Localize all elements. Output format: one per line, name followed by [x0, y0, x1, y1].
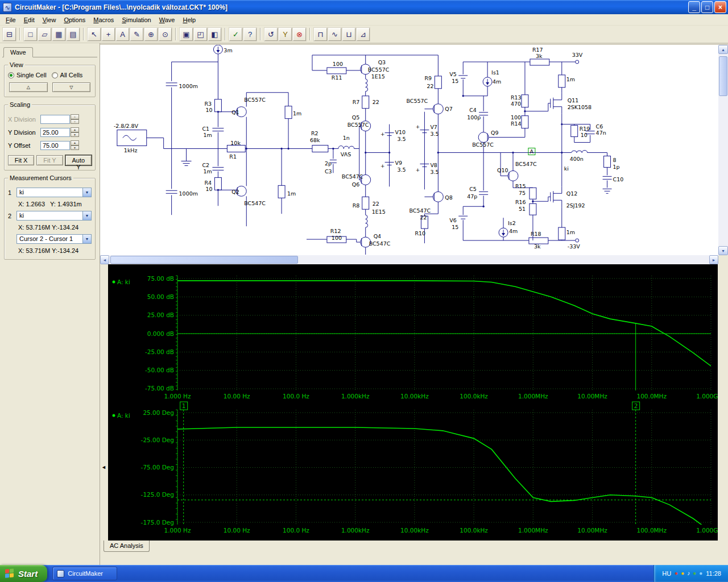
- x-division-spin-up[interactable]: ▲: [71, 114, 79, 119]
- fit-window-button[interactable]: ▣: [180, 28, 193, 41]
- run-simulation-button[interactable]: ✓: [229, 28, 242, 41]
- new-file-button[interactable]: □: [24, 28, 37, 41]
- y-offset-spin-down[interactable]: ▼: [71, 146, 79, 151]
- undo-button[interactable]: ↺: [264, 28, 278, 41]
- y-division-spin-down[interactable]: ▼: [71, 132, 79, 138]
- menu-edit[interactable]: Edit: [20, 15, 39, 24]
- svg-text:22: 22: [373, 201, 379, 207]
- svg-text:C4: C4: [469, 107, 477, 113]
- restore-button[interactable]: □: [701, 1, 713, 13]
- hscroll-thumb[interactable]: [110, 256, 298, 264]
- stop-simulation-button[interactable]: ⊗: [293, 28, 306, 41]
- menu-simulation[interactable]: Simulation: [118, 15, 155, 24]
- taskbar-task-circuitmaker[interactable]: CircuitMaker: [52, 567, 117, 580]
- menu-wave[interactable]: Wave: [155, 15, 179, 24]
- split-view-button[interactable]: ◧: [208, 28, 221, 41]
- y-offset-input[interactable]: [40, 141, 70, 150]
- schematic-labels: 3m1000m1000m-2.8/2.8V1kHz10kR1R310C11mC2…: [114, 47, 623, 250]
- menu-view[interactable]: View: [39, 15, 60, 24]
- cursor-2-signal-select[interactable]: ki▼: [16, 211, 92, 221]
- svg-text:1.000GHz: 1.000GHz: [696, 393, 718, 400]
- volume-icon[interactable]: ♪: [687, 571, 690, 576]
- svg-text:100.0MHz: 100.0MHz: [637, 393, 667, 400]
- analog-display-button[interactable]: ∿: [328, 28, 341, 41]
- pane-splitter-icon[interactable]: ◄: [101, 464, 106, 470]
- cursor-delta-select[interactable]: Cursor 2 - Cursor 1 ▼: [16, 234, 92, 244]
- svg-text:100.0 Hz: 100.0 Hz: [283, 393, 309, 400]
- auto-y-button[interactable]: Auto Y: [65, 155, 92, 165]
- save-file-button[interactable]: ▦: [52, 28, 65, 41]
- probe-tool-button[interactable]: Y: [279, 28, 292, 41]
- svg-text:Q3: Q3: [378, 59, 386, 65]
- menu-macros[interactable]: Macros: [89, 15, 118, 24]
- language-indicator[interactable]: HU: [662, 570, 671, 577]
- radio-all-cells[interactable]: [52, 72, 58, 78]
- pan-view-button[interactable]: ◰: [194, 28, 207, 41]
- svg-text:1: 1: [182, 402, 186, 409]
- dropdown-arrow-icon[interactable]: ▼: [82, 211, 91, 220]
- svg-text:50.00 dB: 50.00 dB: [147, 293, 174, 300]
- svg-text:ki: ki: [564, 165, 569, 172]
- measurement-cursors-group: Measurement Cursors 1ki▼X: 1.2663 Y: 1.4…: [4, 178, 96, 260]
- vscroll-thumb[interactable]: [719, 56, 727, 96]
- svg-text:1m: 1m: [203, 132, 212, 138]
- svg-text:V5: V5: [449, 71, 457, 77]
- scope-windows-button[interactable]: ⊿: [357, 28, 370, 41]
- add-wire-button[interactable]: +: [102, 28, 115, 41]
- tab-ac-analysis[interactable]: AC Analysis: [104, 541, 150, 552]
- menu-options[interactable]: Options: [60, 15, 89, 24]
- cursor-1-signal-select[interactable]: ki▼: [16, 188, 92, 197]
- scroll-up-button[interactable]: ▲: [718, 45, 728, 54]
- svg-text:C2: C2: [202, 162, 209, 168]
- x-division-input[interactable]: [40, 115, 70, 124]
- zoom-area-button[interactable]: ⊙: [159, 28, 172, 41]
- previous-cell-button[interactable]: △: [9, 82, 48, 92]
- fit-y-button[interactable]: Fit Y: [36, 155, 63, 165]
- dropdown-arrow-icon[interactable]: ▼: [82, 235, 91, 243]
- messenger-icon[interactable]: ●: [693, 571, 696, 576]
- scroll-left-button[interactable]: ◄: [100, 255, 109, 264]
- svg-text:51: 51: [519, 206, 526, 212]
- svg-text:BC547C: BC547C: [342, 173, 363, 180]
- text-tool-button[interactable]: A: [116, 28, 129, 41]
- print-button[interactable]: ▤: [67, 28, 80, 41]
- schematic-canvas[interactable]: 3m1000m1000m-2.8/2.8V1kHz10kR1R310C11mC2…: [100, 45, 718, 255]
- svg-text:1000m: 1000m: [179, 190, 198, 197]
- network-icon[interactable]: ●: [699, 571, 702, 576]
- fit-x-button[interactable]: Fit X: [8, 155, 34, 165]
- waveform-plots[interactable]: 75.00 dB50.00 dB25.00 dB0.000 dB-25.00 d…: [108, 264, 718, 541]
- svg-text:R2: R2: [311, 130, 318, 136]
- digital-display-button[interactable]: ⊓: [314, 28, 327, 41]
- menu-file[interactable]: File: [2, 15, 20, 24]
- zoom-in-button[interactable]: ⊕: [144, 28, 158, 41]
- minimize-button[interactable]: _: [688, 1, 700, 13]
- mixed-display-button[interactable]: ⊔: [342, 28, 355, 41]
- open-file-button[interactable]: ▱: [38, 28, 51, 41]
- svg-text:R19: R19: [580, 126, 590, 132]
- security-shield-icon[interactable]: ●: [675, 571, 678, 576]
- svg-text:75.00 dB: 75.00 dB: [147, 275, 174, 282]
- schematic-vscrollbar[interactable]: ▲ ▼: [718, 45, 728, 255]
- close-button[interactable]: ×: [714, 1, 726, 13]
- schematic-hscrollbar[interactable]: ◄ ►: [100, 255, 718, 264]
- svg-text:1kHz: 1kHz: [124, 147, 138, 153]
- titlebar[interactable]: ∿ CircuitMaker - [C:\Program Files\...\n…: [0, 0, 728, 14]
- select-arrow-button[interactable]: ↖: [88, 28, 101, 41]
- next-cell-button[interactable]: ▽: [52, 82, 91, 92]
- scroll-down-button[interactable]: ▼: [718, 246, 728, 255]
- dropdown-arrow-icon[interactable]: ▼: [82, 188, 91, 197]
- x-division-spin-down[interactable]: ▼: [71, 119, 79, 124]
- parts-browser-button[interactable]: ⊟: [3, 28, 16, 41]
- y-division-input[interactable]: [40, 128, 70, 137]
- svg-text:1.000 Hz: 1.000 Hz: [164, 527, 191, 534]
- update-icon[interactable]: ●: [681, 571, 684, 576]
- y-division-spin-up[interactable]: ▲: [71, 127, 79, 132]
- scroll-right-button[interactable]: ►: [709, 255, 718, 264]
- tab-wave[interactable]: Wave: [3, 47, 33, 57]
- help-button[interactable]: ?: [243, 28, 257, 41]
- edit-tool-button[interactable]: ✎: [130, 28, 143, 41]
- start-button[interactable]: Start: [0, 565, 47, 582]
- radio-single-cell[interactable]: [8, 72, 14, 78]
- menu-help[interactable]: Help: [179, 15, 200, 24]
- y-offset-spin-up[interactable]: ▲: [71, 140, 79, 146]
